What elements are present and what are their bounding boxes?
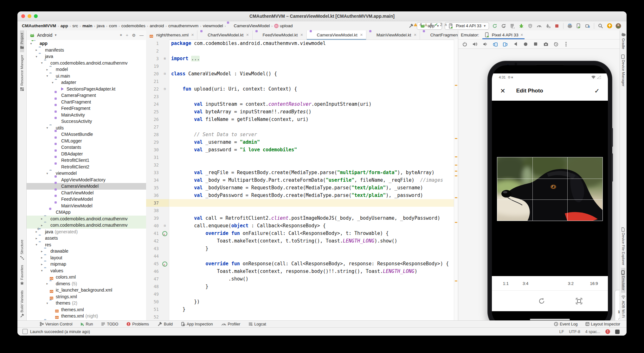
emulator-rotate-left-icon[interactable]	[493, 41, 498, 47]
code-line-48[interactable]: 48 }	[146, 283, 458, 290]
aspect-ratio-3-2[interactable]: 3:2	[568, 281, 574, 286]
tool-stripe-project[interactable]: Project	[20, 30, 24, 52]
emulator-more-icon[interactable]	[564, 41, 569, 47]
photo-crop-area[interactable]	[492, 101, 608, 276]
tree-item-themes-xml[interactable]: themes.xml(night)	[26, 313, 146, 319]
tree-item-java[interactable]: ▾java	[26, 53, 146, 60]
code-line-30[interactable]: 30 val _password = "i love codemobiles"	[146, 146, 458, 154]
tree-item-chartfragment[interactable]: ChartFragment	[26, 99, 146, 105]
close-tab-icon[interactable]: ✕	[300, 33, 303, 37]
status-indicator[interactable]: UTF-8	[569, 330, 580, 334]
tool-window-button-build[interactable]: Build	[157, 322, 173, 327]
code-line-39[interactable]: 39 val call = RetrofitClient2.client.pos…	[146, 214, 458, 222]
emulator-home-icon[interactable]	[523, 41, 528, 47]
tool-window-button-run[interactable]: Run	[80, 322, 93, 326]
tree-toggle-icon[interactable]: ▾	[50, 81, 55, 84]
warning-stripe-mark[interactable]	[455, 138, 457, 139]
close-tab-icon[interactable]: ✕	[246, 33, 249, 37]
tree-item-sectionspageradapter-kt[interactable]: SectionsPagerAdapter.kt	[26, 86, 146, 92]
editor-scroll-stripe[interactable]	[454, 40, 458, 320]
warning-stripe-mark[interactable]	[455, 281, 457, 281]
crop-resize-icon[interactable]	[576, 298, 583, 305]
aspect-ratio-3-4[interactable]: 3:4	[523, 281, 528, 286]
code-line-41[interactable]: 41 override fun onFailure(call: Call<Res…	[146, 230, 458, 237]
chevron-down-icon[interactable]: ▼	[54, 34, 57, 37]
code-line-36[interactable]: 36 val _bodyPassword = RequestBody.creat…	[146, 192, 458, 199]
code-line-42[interactable]: 42 Toast.makeText(context, t.toString(),…	[146, 237, 458, 245]
code-line-24[interactable]: 24 val inputStream = context.contentReso…	[146, 100, 458, 108]
tree-item-mainactivity[interactable]: MainActivity	[26, 112, 146, 118]
tree-item-viewmodel[interactable]: ▾viewmodel	[26, 170, 146, 177]
tree-item-successactivity[interactable]: SuccessActivity	[26, 118, 146, 125]
breadcrumb-item-codemobiles[interactable]: codemobiles	[121, 23, 145, 28]
tree-item-constants[interactable]: Constants	[26, 144, 146, 151]
breadcrumb-item-upload[interactable]: mupload	[274, 23, 293, 28]
close-icon[interactable]: ✕	[500, 87, 506, 95]
code-line-25[interactable]: 25 val byteArray = inputStream!!.readByt…	[146, 108, 458, 116]
code-line-47[interactable]: 47 .show()	[146, 275, 458, 283]
emulator-rotate-right-icon[interactable]	[503, 41, 508, 47]
tree-toggle-icon[interactable]: ▸	[34, 230, 39, 233]
warning-stripe-mark[interactable]	[455, 197, 457, 198]
tool-window-button-profiler[interactable]: Profiler	[221, 322, 241, 327]
breadcrumb-item-java[interactable]: java	[97, 23, 105, 28]
tree-toggle-icon[interactable]: ▸	[40, 217, 44, 220]
fold-marker[interactable]: ⊟	[161, 222, 169, 230]
tool-stripe-build-variants[interactable]: Build Variants	[20, 288, 24, 320]
breadcrumb-item-cameraviewmodel[interactable]: CameraViewModel	[227, 23, 270, 28]
tree-item-strings-xml[interactable]: strings.xml	[26, 293, 146, 300]
notifications-icon[interactable]	[615, 330, 620, 334]
tree-item-cmlogger[interactable]: CMLogger	[26, 138, 146, 144]
code-line-33[interactable]: 33 val _reqFile = RequestBody.create(Med…	[146, 169, 458, 176]
tool-window-button-problems[interactable]: Problems	[126, 322, 149, 326]
code-line-49[interactable]: 49	[146, 290, 458, 298]
tree-toggle-icon[interactable]: ▾	[45, 74, 49, 78]
warning-stripe-mark[interactable]	[455, 171, 457, 172]
tree-item-app[interactable]: ▾app	[26, 40, 146, 47]
editor-tab-feedviewmodel-kt[interactable]: FeedViewModel.kt✕	[253, 30, 307, 40]
code-line-2[interactable]: 2	[146, 47, 458, 55]
close-tab-icon[interactable]: ✕	[191, 33, 194, 37]
code-line-29[interactable]: 29 val _username = "admin"	[146, 138, 458, 146]
emulator-overview-icon[interactable]	[533, 41, 538, 47]
breadcrumb-item-app[interactable]: app	[61, 23, 68, 28]
tree-toggle-icon[interactable]: ▾	[29, 42, 33, 45]
tree-item-ui-main[interactable]: ▾ui.main	[26, 73, 146, 79]
tree-item-adapter[interactable]: ▾adapter	[26, 79, 146, 86]
fold-marker[interactable]: ⊞	[161, 55, 169, 62]
tool-stripe-favorites[interactable]: Favorites	[20, 262, 24, 288]
code-line-3[interactable]: 3⊞import ...	[146, 55, 458, 62]
project-view-dropdown[interactable]: Android	[37, 33, 52, 38]
tree-toggle-icon[interactable]: ▾	[40, 269, 44, 272]
tree-toggle-icon[interactable]: ▾	[45, 301, 49, 305]
code-line-23[interactable]: 23	[146, 93, 458, 100]
tree-toggle-icon[interactable]: ▾	[45, 172, 49, 175]
code-line-26[interactable]: 26 val fileName = getFileName(context, u…	[146, 116, 458, 123]
tree-toggle-icon[interactable]: ▸	[40, 262, 44, 266]
code-line-37[interactable]: 37	[146, 199, 458, 207]
tree-toggle-icon[interactable]: ▾	[34, 55, 39, 58]
breadcrumb-item-android[interactable]: android	[150, 23, 164, 28]
code-line-38[interactable]: 38	[146, 207, 458, 214]
code-line-46[interactable]: 46 Toast.makeText(context, response.body…	[146, 268, 458, 275]
minimize-window-button[interactable]	[28, 14, 31, 18]
confirm-check-icon[interactable]: ✓	[594, 87, 600, 95]
code-line-35[interactable]: 35 val _bodyUsername = RequestBody.creat…	[146, 184, 458, 192]
code-line-52[interactable]: 52	[146, 313, 458, 320]
editor-tab-night-themes-xml[interactable]: night/themes.xml✕	[146, 30, 197, 40]
tree-toggle-icon[interactable]: ▸	[40, 249, 44, 253]
tool-stripe-gradle[interactable]: Gradle	[621, 30, 625, 52]
tree-item-appviewmodelfactory[interactable]: AppViewModelFactory	[26, 177, 146, 183]
tree-item-res[interactable]: ▾res	[26, 242, 146, 248]
code-line-45[interactable]: 45 override fun onResponse(call: Call<Re…	[146, 260, 458, 268]
fold-marker[interactable]: ⊟	[161, 85, 169, 93]
aspect-ratio-16-9[interactable]: 16:9	[590, 281, 598, 286]
warning-stripe-mark[interactable]	[455, 85, 457, 86]
tree-item-utils[interactable]: ▾utils	[26, 125, 146, 131]
overrides-gutter-icon[interactable]	[161, 260, 169, 268]
tree-item-layout[interactable]: ▸layout	[26, 255, 146, 261]
tree-item-com-codemobiles-android-cmauthenmv[interactable]: ▸com.codemobiles.android.cmauthenmv	[26, 216, 146, 222]
close-icon[interactable]: ✕	[520, 33, 523, 37]
breadcrumb-item-com[interactable]: com	[109, 23, 117, 28]
code-editor[interactable]: 1package com.codemobiles.android.cmauthe…	[146, 40, 458, 320]
